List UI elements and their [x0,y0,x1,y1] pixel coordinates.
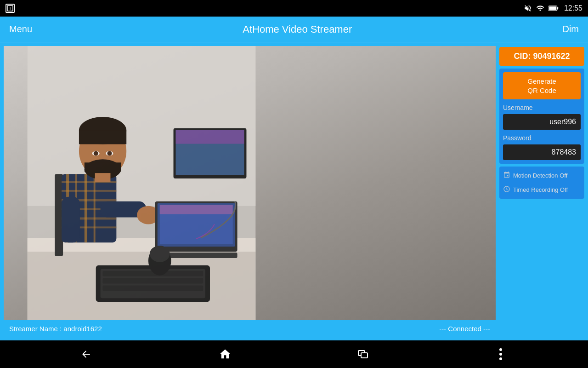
connection-status: --- Connected --- [439,325,490,333]
video-feed [4,46,496,320]
password-label: Password [503,134,581,142]
video-panel: Streamer Name : android1622 --- Connecte… [4,46,496,337]
menu-button[interactable]: Menu [9,24,32,34]
timer-icon [503,185,510,194]
streamer-name: Streamer Name : android1622 [9,325,102,333]
mute-icon [524,4,532,12]
status-bar: ! 12:55 [0,0,588,17]
timed-recording-row[interactable]: Timed Recording Off [503,184,581,195]
svg-rect-45 [103,278,204,284]
svg-point-52 [499,353,502,356]
username-label: Username [503,104,581,111]
status-icons: 12:55 [524,4,582,12]
svg-rect-4 [549,6,556,10]
username-value: user996 [503,114,581,130]
svg-point-53 [499,357,502,360]
side-panel: CID: 90491622 Generate QR Code Username … [499,46,584,337]
main-content: Streamer Name : android1622 --- Connecte… [0,42,588,340]
svg-rect-30 [95,173,111,182]
home-button[interactable] [214,343,236,365]
status-time: 12:55 [564,4,582,12]
cid-badge: CID: 90491622 [499,47,584,66]
svg-rect-33 [62,197,80,242]
top-bar: Menu AtHome Video Streamer Dim [0,17,588,42]
video-status-bar: Streamer Name : android1622 --- Connecte… [4,320,496,337]
svg-rect-3 [557,7,559,9]
recent-button[interactable] [352,343,374,365]
motion-detection-label: Motion Detection Off [513,172,567,179]
svg-rect-50 [361,353,368,358]
notification-icon: ! [6,4,15,13]
wifi-icon [536,4,545,12]
motion-detection-row[interactable]: Motion Detection Off [503,170,581,181]
side-card: Generate QR Code Username user996 Passwo… [499,69,584,164]
svg-rect-16 [62,190,116,192]
app-title: AtHome Video Streamer [243,23,352,35]
motion-icon [503,171,510,180]
svg-rect-41 [176,130,244,144]
generate-qr-button[interactable]: Generate QR Code [503,72,581,99]
svg-point-48 [150,246,170,262]
svg-rect-14 [94,174,96,242]
svg-rect-46 [103,286,204,291]
back-button[interactable] [76,343,98,365]
status-left: ! [6,4,15,13]
svg-rect-37 [160,205,233,214]
person-silhouette [27,46,256,320]
svg-point-51 [499,348,502,351]
svg-rect-23 [79,131,126,144]
dim-button[interactable]: Dim [562,24,579,34]
svg-rect-13 [85,174,87,242]
cid-value: CID: 90491622 [514,52,570,61]
more-button[interactable] [490,343,512,365]
bottom-bar [0,340,588,368]
video-background [4,46,496,320]
svg-point-29 [107,151,112,155]
detection-card: Motion Detection Off Timed Recording Off [499,167,584,199]
password-value: 878483 [503,144,581,160]
svg-rect-25 [85,162,121,172]
battery-icon [548,5,559,12]
svg-text:!: ! [10,6,11,11]
timed-recording-label: Timed Recording Off [513,186,568,193]
svg-point-28 [94,151,98,155]
